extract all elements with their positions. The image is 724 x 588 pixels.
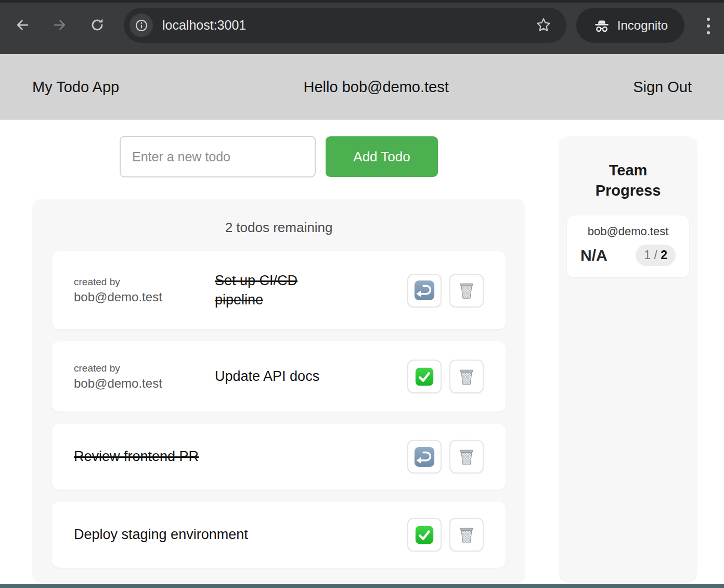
todos-remaining: 2 todos remaining (32, 199, 525, 236)
todo-card: created by bob@demo.test Update API docs (52, 341, 506, 412)
delete-button[interactable] (449, 518, 484, 552)
greeting: Hello bob@demo.test (303, 79, 448, 96)
member-email: bob@demo.test (580, 225, 676, 238)
delete-button[interactable] (449, 440, 484, 474)
info-icon (135, 19, 148, 32)
tabstrip-edge (0, 0, 724, 3)
incognito-badge: Incognito (576, 8, 684, 43)
todo-list-panel: 2 todos remaining created by bob@demo.te… (32, 199, 525, 584)
creator-label: created by (74, 276, 215, 288)
delete-button[interactable] (449, 360, 484, 393)
complete-button[interactable] (407, 518, 442, 552)
reload-icon (89, 17, 105, 33)
complete-button[interactable] (407, 360, 442, 393)
wastebasket-icon (456, 279, 477, 301)
todo-card: Review frontend PR (52, 424, 506, 490)
todo-actions (407, 360, 484, 393)
delete-button[interactable] (449, 274, 484, 308)
star-icon (535, 17, 552, 33)
fraction-total: 2 (661, 248, 667, 262)
undo-button[interactable] (407, 440, 442, 474)
sign-out-button[interactable]: Sign Out (633, 79, 692, 96)
creator-block: created by bob@demo.test (74, 276, 215, 304)
member-score: N/A (580, 247, 607, 264)
todo-actions (407, 440, 484, 474)
todo-card: Deploy staging environment (52, 502, 506, 568)
app-title: My Todo App (32, 79, 119, 96)
fraction-separator: / (651, 248, 661, 262)
creator-email: bob@demo.test (74, 290, 215, 304)
incognito-icon (593, 17, 611, 34)
page: localhost:3001 Incognito (0, 0, 724, 588)
undo-button[interactable] (407, 274, 442, 308)
back-button[interactable] (15, 17, 30, 33)
todo-card: created by bob@demo.test Set up CI/CD pi… (52, 251, 506, 329)
kebab-menu-icon (706, 16, 711, 36)
todo-actions (407, 518, 484, 552)
creator-block: created by bob@demo.test (74, 363, 215, 391)
new-todo-input[interactable] (120, 136, 316, 177)
browser-toolbar: localhost:3001 Incognito (0, 0, 724, 54)
todo-title: Review frontend PR (74, 447, 199, 466)
creator-email: bob@demo.test (74, 376, 215, 391)
forward-button[interactable] (52, 17, 68, 33)
incognito-label: Incognito (617, 18, 668, 33)
member-row: N/A 1 / 2 (580, 245, 676, 266)
wastebasket-icon (456, 524, 477, 546)
team-progress-panel: Team Progress bob@demo.test N/A 1 / 2 (559, 136, 697, 583)
undo-icon (413, 446, 435, 468)
browser-menu-button[interactable] (701, 16, 716, 36)
bookmark-star-button[interactable] (535, 17, 552, 33)
check-icon (413, 366, 435, 388)
team-progress-title: Team Progress (559, 136, 697, 201)
add-todo-button[interactable]: Add Todo (326, 136, 438, 177)
todo-title: Deploy staging environment (74, 525, 248, 544)
wastebasket-icon (456, 366, 477, 388)
forward-arrow-icon (52, 17, 68, 33)
todo-actions (407, 274, 484, 308)
reload-button[interactable] (89, 17, 105, 33)
todo-cards: created by bob@demo.test Set up CI/CD pi… (52, 251, 506, 568)
fraction-done: 1 (644, 248, 651, 262)
todo-title: Set up CI/CD pipeline (215, 271, 342, 310)
undo-icon (413, 279, 435, 301)
url-bar[interactable]: localhost:3001 (124, 8, 566, 43)
creator-label: created by (74, 363, 215, 374)
member-card: bob@demo.test N/A 1 / 2 (567, 215, 689, 277)
todo-title: Update API docs (215, 367, 319, 386)
bottom-accent-bar (0, 584, 724, 588)
url-text[interactable]: localhost:3001 (162, 8, 246, 43)
back-arrow-icon (15, 17, 30, 33)
wastebasket-icon (456, 446, 477, 468)
check-icon (413, 524, 435, 546)
site-info-button[interactable] (130, 14, 153, 37)
member-fraction-badge: 1 / 2 (636, 245, 676, 266)
app-header: My Todo App Hello bob@demo.test Sign Out (0, 54, 724, 120)
